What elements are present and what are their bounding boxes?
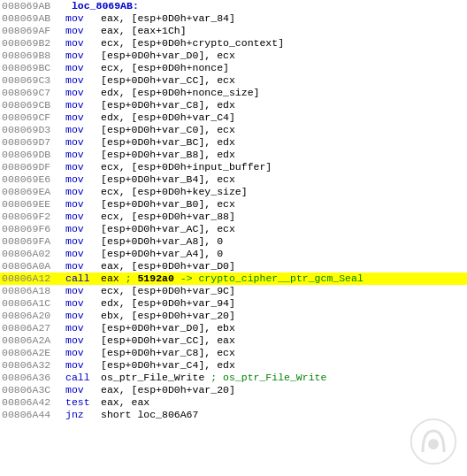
mnemonic: call [65, 273, 101, 285]
operand1: ebx, [101, 310, 126, 322]
operand1: [esp+0D0h+var_B4], [101, 173, 211, 186]
address: 00806A44 [2, 409, 65, 421]
mnemonic: mov [65, 62, 101, 74]
table-row: 008069F6mov[esp+0D0h+var_AC], ecx [0, 223, 467, 235]
table-row: 00806A02mov[esp+0D0h+var_A4], 0 [0, 248, 467, 260]
mnemonic: mov [65, 297, 101, 310]
operand1: [esp+0D0h+var_C4], [101, 359, 211, 372]
table-row: 00806A36callos_ptr_File_Write ; os_ptr_F… [0, 372, 467, 384]
label-text: loc_8069AB: [65, 0, 139, 12]
operand1: ecx, [101, 62, 126, 74]
operand2: [eax+1Ch] [126, 25, 187, 37]
mnemonic: mov [65, 87, 101, 99]
operand2: [esp+0D0h+input_buffer] [126, 161, 272, 173]
operand1: ecx, [101, 37, 126, 50]
address: 00806A12 [2, 273, 65, 285]
operand1: [esp+0D0h+var_A8], [101, 235, 211, 248]
operand1: edx, [101, 87, 126, 99]
table-row: 008069B8mov[esp+0D0h+var_D0], ecx [0, 50, 467, 62]
table-row: 00806A3Cmoveax, [esp+0D0h+var_20] [0, 384, 467, 396]
operand1: [esp+0D0h+var_C0], [101, 124, 211, 136]
operand1: eax, [101, 12, 126, 25]
operand2: [esp+0D0h+var_C4] [126, 111, 235, 124]
mnemonic: mov [65, 310, 101, 322]
table-row: 00806A1Cmovedx, [esp+0D0h+var_94] [0, 297, 467, 310]
operand1: ecx, [101, 211, 126, 223]
address: 00806A42 [2, 396, 65, 409]
table-row: 008069DBmov[esp+0D0h+var_B8], edx [0, 149, 467, 161]
address: 00806A36 [2, 372, 65, 384]
address: 008069AB [2, 12, 65, 25]
table-row: 00806A44jnzshort loc_806A67 [0, 409, 467, 421]
operand1: edx, [101, 111, 126, 124]
mnemonic: mov [65, 198, 101, 211]
comment: ; 5192a0 -> crypto_cipher__ptr_gcm_Seal [126, 273, 364, 285]
table-row: 008069AB loc_8069AB: [0, 0, 467, 12]
address: 008069D7 [2, 136, 65, 149]
mnemonic: mov [65, 12, 101, 25]
mnemonic: mov [65, 248, 101, 260]
operand1: [esp+0D0h+var_B8], [101, 149, 211, 161]
address: 00806A1C [2, 297, 65, 310]
address: 008069F6 [2, 223, 65, 235]
operand1: ecx, [101, 186, 126, 198]
operand1: [esp+0D0h+var_A4], [101, 248, 211, 260]
mnemonic: mov [65, 173, 101, 186]
address: 00806A20 [2, 310, 65, 322]
operand2: edx [211, 99, 235, 111]
mnemonic: mov [65, 74, 101, 87]
table-row: 008069CFmovedx, [esp+0D0h+var_C4] [0, 111, 467, 124]
table-row: 008069C7movedx, [esp+0D0h+nonce_size] [0, 87, 467, 99]
operand2: ecx [211, 50, 235, 62]
table-row: 00806A27mov[esp+0D0h+var_D0], ebx [0, 322, 467, 334]
mnemonic: mov [65, 25, 101, 37]
mnemonic: jnz [65, 409, 101, 421]
table-row: 008069EEmov[esp+0D0h+var_B0], ecx [0, 198, 467, 211]
operand1: eax, [101, 25, 126, 37]
table-row: 00806A32mov[esp+0D0h+var_C4], edx [0, 359, 467, 372]
mnemonic: mov [65, 260, 101, 273]
operand2: [esp+0D0h+var_20] [126, 310, 235, 322]
table-row: 00806A2Amov[esp+0D0h+var_CC], eax [0, 334, 467, 347]
operand1: eax, [101, 384, 126, 396]
mnemonic: test [65, 396, 101, 409]
mnemonic: mov [65, 347, 101, 359]
operand1: [esp+0D0h+var_C8], [101, 99, 211, 111]
operand2: eax [211, 334, 235, 347]
address: 00806A32 [2, 359, 65, 372]
address: 008069C3 [2, 74, 65, 87]
operand2: ecx [211, 124, 235, 136]
table-row: 00806A42testeax, eax [0, 396, 467, 409]
table-row: 00806A20movebx, [esp+0D0h+var_20] [0, 310, 467, 322]
mnemonic: mov [65, 384, 101, 396]
mnemonic: mov [65, 235, 101, 248]
operand1: [esp+0D0h+var_CC], [101, 74, 211, 87]
address: 00806A2A [2, 334, 65, 347]
highlight-value: 5192a0 [137, 273, 173, 284]
operand2: eax [126, 396, 150, 409]
operand2: [esp+0D0h+var_9C] [126, 285, 235, 297]
address: 00806A2E [2, 347, 65, 359]
operand2: 0 [211, 248, 223, 260]
table-row: 00806A18movecx, [esp+0D0h+var_9C] [0, 285, 467, 297]
mnemonic: mov [65, 37, 101, 50]
mnemonic: mov [65, 223, 101, 235]
operand2: [esp+0D0h+var_84] [126, 12, 235, 25]
address: 008069AB [2, 0, 65, 12]
address: 008069DB [2, 149, 65, 161]
mnemonic: mov [65, 359, 101, 372]
table-row: 008069C3mov[esp+0D0h+var_CC], ecx [0, 74, 467, 87]
operand1: short loc_806A67 [101, 409, 198, 421]
table-row: 00806A0Amoveax, [esp+0D0h+var_D0] [0, 260, 467, 273]
address: 008069BC [2, 62, 65, 74]
mnemonic: mov [65, 186, 101, 198]
address: 008069C7 [2, 87, 65, 99]
table-row: 008069D7mov[esp+0D0h+var_BC], edx [0, 136, 467, 149]
operand1: edx, [101, 297, 126, 310]
mnemonic: mov [65, 99, 101, 111]
operand1: [esp+0D0h+var_D0], [101, 50, 211, 62]
operand2: [esp+0D0h+var_88] [126, 211, 235, 223]
svg-point-1 [428, 439, 439, 449]
table-row: 008069BCmovecx, [esp+0D0h+nonce] [0, 62, 467, 74]
address: 008069B8 [2, 50, 65, 62]
